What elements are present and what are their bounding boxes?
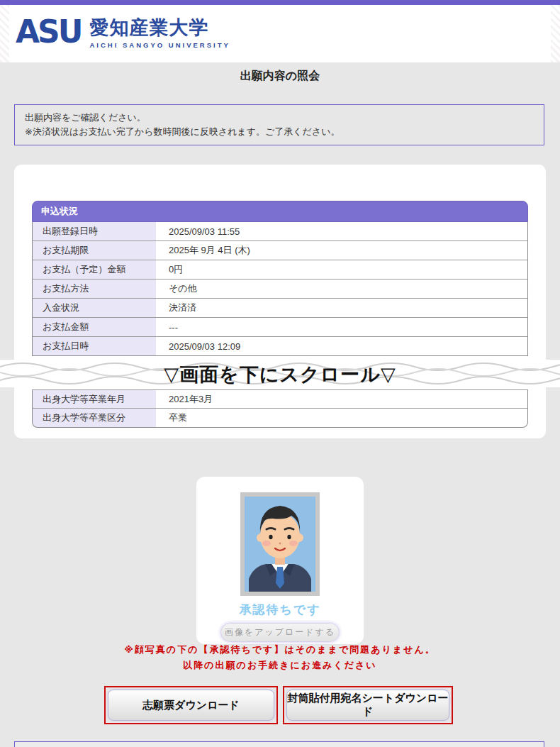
notice-box: 出願内容をご確認ください。 ※決済状況はお支払い完了から数時間後に反映されます。… bbox=[14, 104, 544, 145]
row-label: お支払期限 bbox=[32, 241, 156, 260]
logo-asu-mark: ASU bbox=[16, 16, 81, 48]
applicant-photo bbox=[240, 492, 320, 596]
row-label: 出身大学等卒業年月 bbox=[32, 389, 156, 409]
row-label: お支払金額 bbox=[32, 318, 156, 337]
row-value: 2025/09/03 11:55 bbox=[156, 222, 528, 241]
university-logo: ASU 愛知産業大学 AICHI SANGYO UNIVERSITY bbox=[16, 15, 230, 49]
upload-image-button[interactable]: 画像をアップロードする bbox=[220, 623, 340, 642]
row-value: 決済済 bbox=[156, 299, 528, 318]
university-name-en: AICHI SANGYO UNIVERSITY bbox=[89, 41, 230, 49]
row-label: 出願登録日時 bbox=[32, 222, 156, 241]
row-value: 2021年3月 bbox=[156, 389, 528, 409]
row-label: お支払方法 bbox=[32, 280, 156, 299]
table-row: お支払方法 その他 bbox=[32, 280, 528, 299]
table-row: お支払期限 2025年 9月 4日 (木) bbox=[32, 241, 528, 260]
top-accent-bar bbox=[0, 0, 560, 5]
row-label: お支払（予定）金額 bbox=[32, 260, 156, 280]
university-name-jp: 愛知産業大学 bbox=[89, 18, 230, 39]
photo-approval-status: 承認待ちです bbox=[196, 602, 364, 618]
annotation-red-box: 封筒貼付用宛名シートダウンロード bbox=[283, 686, 453, 724]
row-value: その他 bbox=[156, 280, 528, 299]
table-row: お支払日時 2025/09/03 12:09 bbox=[32, 337, 528, 356]
row-label: 出身大学等卒業区分 bbox=[32, 409, 156, 428]
annotation-red-box: 志願票ダウンロード bbox=[104, 686, 278, 724]
row-label: 入金状況 bbox=[32, 299, 156, 318]
row-value: 0円 bbox=[156, 260, 528, 280]
application-status-table: 申込状況 出願登録日時 2025/09/03 11:55 お支払期限 2025年… bbox=[32, 201, 528, 356]
row-value: --- bbox=[156, 318, 528, 337]
download-envelope-sheet-button[interactable]: 封筒貼付用宛名シートダウンロード bbox=[286, 690, 449, 721]
table-header-row: 申込状況 bbox=[32, 201, 528, 222]
table-row: お支払（予定）金額 0円 bbox=[32, 260, 528, 280]
page-title: 出願内容の照会 bbox=[0, 69, 560, 84]
download-application-form-button[interactable]: 志願票ダウンロード bbox=[108, 690, 274, 721]
row-value: 2025/09/03 12:09 bbox=[156, 337, 528, 356]
warning-line-1: ※顔写真の下の【承認待ちです】はそのままで問題ありません。 bbox=[0, 642, 560, 658]
next-section-box bbox=[14, 741, 544, 747]
row-value: 2025年 9月 4日 (木) bbox=[156, 241, 528, 260]
notice-line-1: 出願内容をご確認ください。 bbox=[25, 111, 534, 125]
table-row: お支払金額 --- bbox=[32, 318, 528, 337]
applicant-photo-illustration bbox=[245, 497, 315, 592]
table-header-label: 申込状況 bbox=[32, 201, 528, 222]
edge-pattern-left bbox=[0, 5, 9, 62]
site-header: ASU 愛知産業大学 AICHI SANGYO UNIVERSITY bbox=[0, 5, 560, 62]
table-row: 出身大学等卒業区分 卒業 bbox=[32, 409, 528, 428]
row-value: 卒業 bbox=[156, 409, 528, 428]
scroll-down-banner: ▽画面を下にスクロール▽ bbox=[0, 360, 560, 387]
edge-pattern-right bbox=[551, 5, 560, 62]
photo-warning-note: ※顔写真の下の【承認待ちです】はそのままで問題ありません。 以降の出願のお手続き… bbox=[0, 642, 560, 673]
table-row: 入金状況 決済済 bbox=[32, 299, 528, 318]
scroll-down-text: ▽画面を下にスクロール▽ bbox=[0, 362, 560, 387]
education-table: 出身大学等卒業年月 2021年3月 出身大学等卒業区分 卒業 bbox=[32, 389, 528, 428]
photo-card: 承認待ちです 画像をアップロードする bbox=[196, 477, 364, 644]
row-label: お支払日時 bbox=[32, 337, 156, 356]
table-row: 出身大学等卒業年月 2021年3月 bbox=[32, 389, 528, 409]
notice-line-2: ※決済状況はお支払い完了から数時間後に反映されます。ご了承ください。 bbox=[25, 125, 534, 139]
warning-line-2: 以降の出願のお手続きにお進みください bbox=[0, 658, 560, 673]
table-row: 出願登録日時 2025/09/03 11:55 bbox=[32, 222, 528, 241]
